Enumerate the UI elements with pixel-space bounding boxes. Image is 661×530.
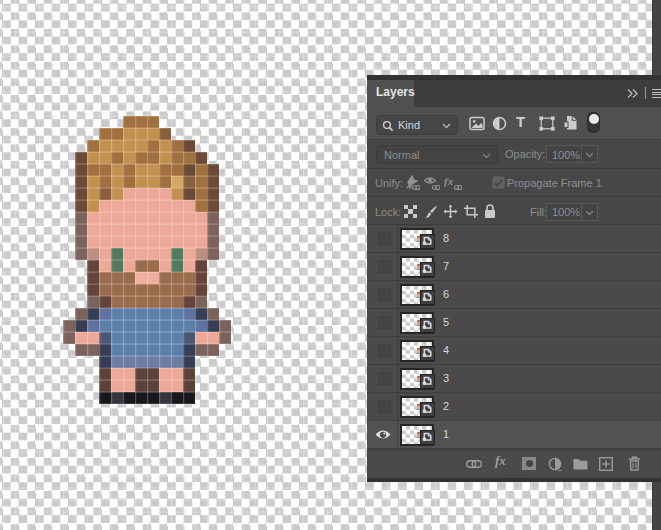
svg-text:fx: fx [444,175,454,187]
